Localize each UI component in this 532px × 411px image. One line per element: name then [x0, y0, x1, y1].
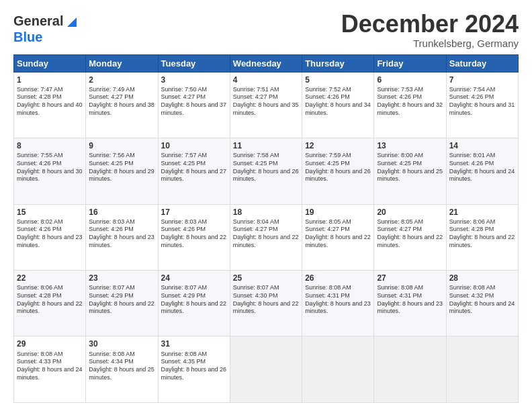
daylight-info: Daylight: 8 hours and 22 minutes.	[449, 234, 515, 249]
day-number: 24	[161, 273, 227, 283]
daylight-info: Daylight: 8 hours and 34 minutes.	[305, 101, 371, 117]
daylight-info: Daylight: 8 hours and 22 minutes.	[305, 234, 371, 249]
sunset-info: Sunset: 4:27 PM	[233, 93, 299, 101]
page: General Blue December 2024 Trunkelsberg,…	[0, 0, 532, 411]
day-number: 2	[89, 75, 154, 85]
day-number: 14	[449, 140, 515, 151]
sunset-info: Sunset: 4:27 PM	[89, 93, 154, 101]
sunset-info: Sunset: 4:29 PM	[89, 292, 154, 300]
sunset-info: Sunset: 4:26 PM	[377, 93, 443, 101]
sunset-info: Sunset: 4:25 PM	[161, 160, 227, 168]
daylight-info: Daylight: 8 hours and 24 minutes.	[17, 366, 83, 381]
calendar-day-cell: 13Sunrise: 8:00 AMSunset: 4:25 PMDayligh…	[374, 138, 446, 204]
calendar-day-cell	[302, 336, 374, 403]
day-number: 15	[17, 207, 83, 218]
sunrise-info: Sunrise: 8:08 AM	[161, 351, 227, 359]
daylight-info: Daylight: 8 hours and 24 minutes.	[449, 168, 515, 183]
sunset-info: Sunset: 4:31 PM	[377, 292, 443, 300]
sunrise-info: Sunrise: 7:51 AM	[233, 86, 299, 94]
daylight-info: Daylight: 8 hours and 22 minutes.	[233, 300, 299, 316]
calendar-day-cell: 8Sunrise: 7:55 AMSunset: 4:26 PMDaylight…	[14, 138, 86, 204]
calendar-day-cell: 29Sunrise: 8:08 AMSunset: 4:33 PMDayligh…	[14, 336, 86, 403]
calendar-day-cell: 28Sunrise: 8:08 AMSunset: 4:32 PMDayligh…	[446, 271, 518, 336]
day-number: 4	[233, 75, 299, 85]
sunrise-info: Sunrise: 8:04 AM	[233, 218, 299, 226]
day-number: 31	[161, 338, 227, 349]
calendar-body: 1Sunrise: 7:47 AMSunset: 4:28 PMDaylight…	[14, 72, 519, 402]
day-number: 27	[377, 273, 443, 283]
daylight-info: Daylight: 8 hours and 26 minutes.	[305, 168, 371, 183]
calendar-day-cell: 20Sunrise: 8:05 AMSunset: 4:27 PMDayligh…	[374, 204, 446, 270]
day-of-week-header: Monday	[86, 54, 158, 72]
sunset-info: Sunset: 4:27 PM	[233, 226, 299, 234]
calendar-day-cell: 26Sunrise: 8:08 AMSunset: 4:31 PMDayligh…	[302, 271, 374, 336]
day-number: 19	[305, 207, 371, 218]
calendar-day-cell	[446, 336, 518, 403]
daylight-info: Daylight: 8 hours and 26 minutes.	[233, 168, 299, 183]
calendar-day-cell: 12Sunrise: 7:59 AMSunset: 4:25 PMDayligh…	[302, 138, 374, 204]
daylight-info: Daylight: 8 hours and 30 minutes.	[17, 168, 83, 183]
calendar-week-row: 8Sunrise: 7:55 AMSunset: 4:26 PMDaylight…	[14, 138, 519, 204]
day-number: 10	[161, 140, 227, 151]
location-subtitle: Trunkelsberg, Germany	[341, 38, 519, 49]
calendar-day-cell	[374, 336, 446, 403]
sunrise-info: Sunrise: 7:53 AM	[377, 86, 443, 94]
month-title: December 2024	[341, 11, 519, 38]
day-of-week-header: Thursday	[302, 54, 374, 72]
sunset-info: Sunset: 4:26 PM	[449, 160, 515, 168]
day-number: 9	[89, 140, 154, 151]
sunset-info: Sunset: 4:34 PM	[89, 358, 154, 366]
daylight-info: Daylight: 8 hours and 31 minutes.	[449, 101, 515, 117]
day-number: 12	[305, 140, 371, 151]
daylight-info: Daylight: 8 hours and 27 minutes.	[161, 168, 227, 183]
daylight-info: Daylight: 8 hours and 26 minutes.	[161, 366, 227, 381]
sunset-info: Sunset: 4:25 PM	[89, 160, 154, 168]
sunrise-info: Sunrise: 8:08 AM	[89, 351, 154, 359]
sunrise-info: Sunrise: 8:06 AM	[17, 284, 83, 292]
calendar-week-row: 22Sunrise: 8:06 AMSunset: 4:28 PMDayligh…	[14, 271, 519, 336]
sunset-info: Sunset: 4:31 PM	[305, 292, 371, 300]
calendar-day-cell	[230, 336, 302, 403]
daylight-info: Daylight: 8 hours and 40 minutes.	[17, 101, 83, 117]
sunset-info: Sunset: 4:25 PM	[305, 160, 371, 168]
sunrise-info: Sunrise: 7:58 AM	[233, 152, 299, 160]
sunrise-info: Sunrise: 8:05 AM	[305, 218, 371, 226]
daylight-info: Daylight: 8 hours and 25 minutes.	[89, 366, 154, 381]
logo-blue: Blue	[13, 30, 79, 44]
sunset-info: Sunset: 4:33 PM	[17, 358, 83, 366]
sunrise-info: Sunrise: 7:52 AM	[305, 86, 371, 94]
day-number: 6	[377, 75, 443, 85]
logo-text: General	[13, 13, 79, 30]
calendar-day-cell: 15Sunrise: 8:02 AMSunset: 4:26 PMDayligh…	[14, 204, 86, 270]
day-number: 23	[89, 273, 154, 283]
daylight-info: Daylight: 8 hours and 32 minutes.	[377, 101, 443, 117]
calendar-day-cell: 19Sunrise: 8:05 AMSunset: 4:27 PMDayligh…	[302, 204, 374, 270]
sunrise-info: Sunrise: 7:47 AM	[17, 86, 83, 94]
calendar-day-cell: 18Sunrise: 8:04 AMSunset: 4:27 PMDayligh…	[230, 204, 302, 270]
sunset-info: Sunset: 4:28 PM	[17, 292, 83, 300]
day-number: 17	[161, 207, 227, 218]
daylight-info: Daylight: 8 hours and 23 minutes.	[17, 234, 83, 249]
day-of-week-header: Wednesday	[230, 54, 302, 72]
sunrise-info: Sunrise: 8:03 AM	[161, 218, 227, 226]
day-of-week-header: Friday	[374, 54, 446, 72]
daylight-info: Daylight: 8 hours and 22 minutes.	[161, 234, 227, 249]
daylight-info: Daylight: 8 hours and 23 minutes.	[305, 300, 371, 316]
daylight-info: Daylight: 8 hours and 23 minutes.	[89, 234, 154, 249]
day-number: 7	[449, 75, 515, 85]
daylight-info: Daylight: 8 hours and 22 minutes.	[233, 234, 299, 249]
header: General Blue December 2024 Trunkelsberg,…	[13, 11, 519, 49]
sunset-info: Sunset: 4:27 PM	[161, 93, 227, 101]
sunrise-info: Sunrise: 8:08 AM	[17, 351, 83, 359]
day-number: 22	[17, 273, 83, 283]
day-number: 25	[233, 273, 299, 283]
day-number: 29	[17, 338, 83, 349]
day-number: 26	[305, 273, 371, 283]
calendar-week-row: 1Sunrise: 7:47 AMSunset: 4:28 PMDaylight…	[14, 72, 519, 138]
daylight-info: Daylight: 8 hours and 37 minutes.	[161, 101, 227, 117]
sunrise-info: Sunrise: 8:00 AM	[377, 152, 443, 160]
calendar-day-cell: 16Sunrise: 8:03 AMSunset: 4:26 PMDayligh…	[86, 204, 158, 270]
sunrise-info: Sunrise: 8:08 AM	[449, 284, 515, 292]
calendar-day-cell: 22Sunrise: 8:06 AMSunset: 4:28 PMDayligh…	[14, 271, 86, 336]
calendar-header-row: SundayMondayTuesdayWednesdayThursdayFrid…	[14, 54, 519, 72]
